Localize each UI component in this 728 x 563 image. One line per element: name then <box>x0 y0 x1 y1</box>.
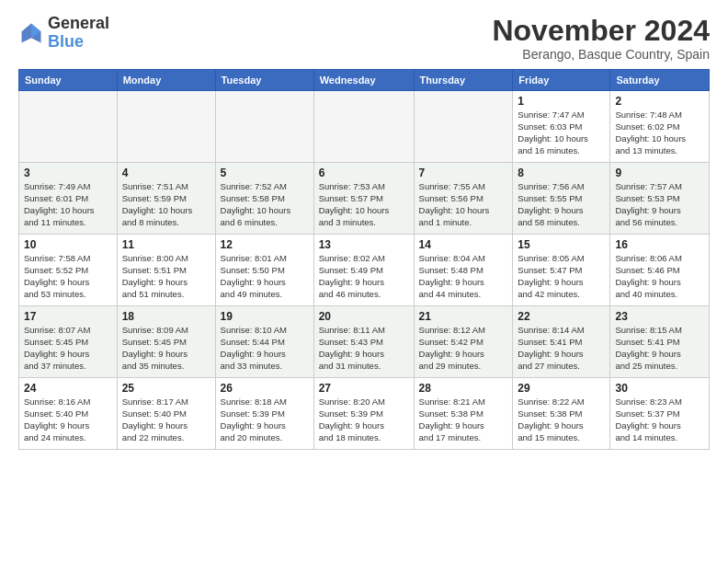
day-number: 8 <box>518 167 605 179</box>
day-number: 19 <box>221 310 309 323</box>
table-row: 2Sunrise: 7:48 AM Sunset: 6:02 PM Daylig… <box>610 91 710 163</box>
calendar-week-row: 24Sunrise: 8:16 AM Sunset: 5:40 PM Dayli… <box>19 378 710 450</box>
table-row: 21Sunrise: 8:12 AM Sunset: 5:42 PM Dayli… <box>414 306 513 378</box>
table-row <box>414 91 513 163</box>
table-row: 9Sunrise: 7:57 AM Sunset: 5:53 PM Daylig… <box>610 163 710 235</box>
table-row: 3Sunrise: 7:49 AM Sunset: 6:01 PM Daylig… <box>19 163 118 235</box>
day-number: 12 <box>221 238 309 251</box>
day-number: 20 <box>319 310 409 323</box>
table-row: 22Sunrise: 8:14 AM Sunset: 5:41 PM Dayli… <box>513 306 610 378</box>
day-info: Sunrise: 8:09 AM Sunset: 5:45 PM Dayligh… <box>122 325 210 372</box>
table-row <box>117 91 215 163</box>
day-info: Sunrise: 7:53 AM Sunset: 5:57 PM Dayligh… <box>319 181 409 228</box>
table-row: 28Sunrise: 8:21 AM Sunset: 5:38 PM Dayli… <box>414 378 513 450</box>
day-info: Sunrise: 8:17 AM Sunset: 5:40 PM Dayligh… <box>122 396 210 443</box>
day-info: Sunrise: 8:16 AM Sunset: 5:40 PM Dayligh… <box>24 396 112 443</box>
calendar-week-row: 1Sunrise: 7:47 AM Sunset: 6:03 PM Daylig… <box>19 91 710 163</box>
header-friday: Friday <box>513 70 610 91</box>
logo-text: General Blue <box>48 15 109 52</box>
header: General Blue November 2024 Berango, Basq… <box>18 15 710 62</box>
day-info: Sunrise: 8:20 AM Sunset: 5:39 PM Dayligh… <box>319 396 409 443</box>
day-info: Sunrise: 8:00 AM Sunset: 5:51 PM Dayligh… <box>122 253 210 300</box>
table-row: 24Sunrise: 8:16 AM Sunset: 5:40 PM Dayli… <box>19 378 118 450</box>
day-info: Sunrise: 8:01 AM Sunset: 5:50 PM Dayligh… <box>221 253 309 300</box>
day-info: Sunrise: 8:02 AM Sunset: 5:49 PM Dayligh… <box>319 253 409 300</box>
table-row: 26Sunrise: 8:18 AM Sunset: 5:39 PM Dayli… <box>215 378 313 450</box>
table-row: 18Sunrise: 8:09 AM Sunset: 5:45 PM Dayli… <box>117 306 215 378</box>
calendar-header-row: Sunday Monday Tuesday Wednesday Thursday… <box>19 70 710 91</box>
day-number: 17 <box>24 310 112 323</box>
day-info: Sunrise: 8:07 AM Sunset: 5:45 PM Dayligh… <box>24 325 112 372</box>
day-number: 7 <box>419 167 508 179</box>
table-row: 30Sunrise: 8:23 AM Sunset: 5:37 PM Dayli… <box>610 378 710 450</box>
header-wednesday: Wednesday <box>313 70 414 91</box>
day-info: Sunrise: 7:52 AM Sunset: 5:58 PM Dayligh… <box>221 181 309 228</box>
day-info: Sunrise: 8:14 AM Sunset: 5:41 PM Dayligh… <box>518 325 605 372</box>
day-info: Sunrise: 8:06 AM Sunset: 5:46 PM Dayligh… <box>615 253 704 300</box>
table-row: 27Sunrise: 8:20 AM Sunset: 5:39 PM Dayli… <box>313 378 414 450</box>
day-info: Sunrise: 7:55 AM Sunset: 5:56 PM Dayligh… <box>419 181 508 228</box>
day-number: 9 <box>615 167 704 179</box>
day-number: 1 <box>518 95 605 108</box>
day-number: 6 <box>319 167 409 179</box>
day-info: Sunrise: 7:47 AM Sunset: 6:03 PM Dayligh… <box>518 109 605 156</box>
table-row: 13Sunrise: 8:02 AM Sunset: 5:49 PM Dayli… <box>313 235 414 306</box>
table-row <box>313 91 414 163</box>
day-number: 16 <box>615 238 704 251</box>
header-monday: Monday <box>117 70 215 91</box>
day-info: Sunrise: 8:15 AM Sunset: 5:41 PM Dayligh… <box>615 325 704 372</box>
day-number: 23 <box>615 310 704 323</box>
day-number: 4 <box>122 167 210 179</box>
day-number: 3 <box>24 167 112 179</box>
day-number: 26 <box>221 382 309 395</box>
day-number: 30 <box>615 382 704 395</box>
location: Berango, Basque Country, Spain <box>492 47 710 62</box>
table-row: 19Sunrise: 8:10 AM Sunset: 5:44 PM Dayli… <box>215 306 313 378</box>
table-row: 8Sunrise: 7:56 AM Sunset: 5:55 PM Daylig… <box>513 163 610 235</box>
day-number: 18 <box>122 310 210 323</box>
header-tuesday: Tuesday <box>215 70 313 91</box>
table-row: 25Sunrise: 8:17 AM Sunset: 5:40 PM Dayli… <box>117 378 215 450</box>
day-number: 13 <box>319 238 409 251</box>
table-row: 23Sunrise: 8:15 AM Sunset: 5:41 PM Dayli… <box>610 306 710 378</box>
day-info: Sunrise: 7:57 AM Sunset: 5:53 PM Dayligh… <box>615 181 704 228</box>
table-row: 14Sunrise: 8:04 AM Sunset: 5:48 PM Dayli… <box>414 235 513 306</box>
table-row: 4Sunrise: 7:51 AM Sunset: 5:59 PM Daylig… <box>117 163 215 235</box>
day-number: 21 <box>419 310 508 323</box>
day-number: 11 <box>122 238 210 251</box>
table-row: 15Sunrise: 8:05 AM Sunset: 5:47 PM Dayli… <box>513 235 610 306</box>
logo-line1: General <box>48 15 109 33</box>
table-row: 5Sunrise: 7:52 AM Sunset: 5:58 PM Daylig… <box>215 163 313 235</box>
month-title: November 2024 <box>492 15 710 47</box>
header-saturday: Saturday <box>610 70 710 91</box>
day-number: 5 <box>221 167 309 179</box>
table-row: 1Sunrise: 7:47 AM Sunset: 6:03 PM Daylig… <box>513 91 610 163</box>
logo-icon <box>18 20 44 46</box>
table-row: 20Sunrise: 8:11 AM Sunset: 5:43 PM Dayli… <box>313 306 414 378</box>
day-number: 28 <box>419 382 508 395</box>
day-number: 27 <box>319 382 409 395</box>
day-info: Sunrise: 7:51 AM Sunset: 5:59 PM Dayligh… <box>122 181 210 228</box>
day-info: Sunrise: 7:49 AM Sunset: 6:01 PM Dayligh… <box>24 181 112 228</box>
page: General Blue November 2024 Berango, Basq… <box>0 0 728 459</box>
calendar: Sunday Monday Tuesday Wednesday Thursday… <box>18 69 710 450</box>
day-number: 10 <box>24 238 112 251</box>
day-info: Sunrise: 7:56 AM Sunset: 5:55 PM Dayligh… <box>518 181 605 228</box>
day-number: 24 <box>24 382 112 395</box>
calendar-week-row: 3Sunrise: 7:49 AM Sunset: 6:01 PM Daylig… <box>19 163 710 235</box>
table-row: 16Sunrise: 8:06 AM Sunset: 5:46 PM Dayli… <box>610 235 710 306</box>
title-area: November 2024 Berango, Basque Country, S… <box>492 15 710 62</box>
day-info: Sunrise: 8:18 AM Sunset: 5:39 PM Dayligh… <box>221 396 309 443</box>
day-info: Sunrise: 8:04 AM Sunset: 5:48 PM Dayligh… <box>419 253 508 300</box>
table-row: 29Sunrise: 8:22 AM Sunset: 5:38 PM Dayli… <box>513 378 610 450</box>
table-row <box>215 91 313 163</box>
header-sunday: Sunday <box>19 70 118 91</box>
day-number: 25 <box>122 382 210 395</box>
calendar-week-row: 10Sunrise: 7:58 AM Sunset: 5:52 PM Dayli… <box>19 235 710 306</box>
day-info: Sunrise: 8:05 AM Sunset: 5:47 PM Dayligh… <box>518 253 605 300</box>
table-row: 12Sunrise: 8:01 AM Sunset: 5:50 PM Dayli… <box>215 235 313 306</box>
day-number: 2 <box>615 95 704 108</box>
day-number: 29 <box>518 382 605 395</box>
logo: General Blue <box>18 15 109 52</box>
day-info: Sunrise: 8:10 AM Sunset: 5:44 PM Dayligh… <box>221 325 309 372</box>
